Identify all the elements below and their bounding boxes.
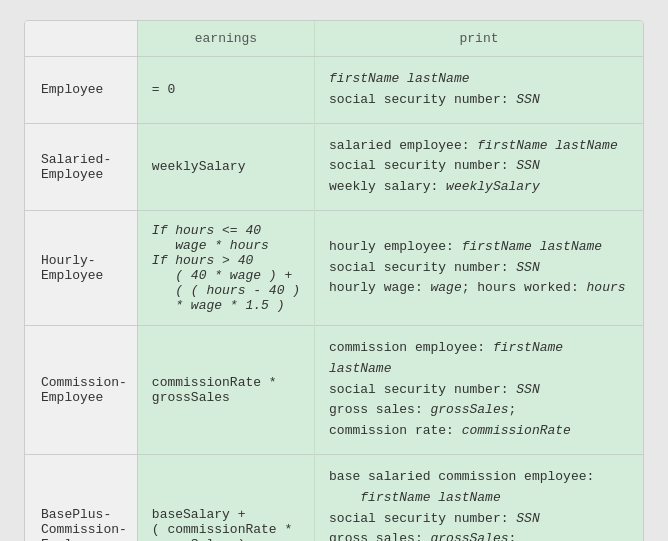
print-line: commission rate: commissionRate bbox=[329, 421, 629, 442]
header-employee bbox=[25, 21, 137, 57]
print-line: social security number: SSN bbox=[329, 90, 629, 111]
employee-name: Commission-Employee bbox=[25, 325, 137, 454]
italic-text: firstName lastName bbox=[360, 490, 500, 505]
normal-text: gross sales: bbox=[329, 531, 430, 541]
print-line: social security number: SSN bbox=[329, 509, 629, 530]
employee-name: Hourly-Employee bbox=[25, 210, 137, 325]
header-earnings: earnings bbox=[137, 21, 314, 57]
earnings-cell: commissionRate *grossSales bbox=[137, 325, 314, 454]
print-line: commission employee: firstName lastName bbox=[329, 338, 629, 380]
italic-text: weeklySalary bbox=[446, 179, 540, 194]
italic-text: SSN bbox=[516, 382, 539, 397]
print-line: gross sales: grossSales; bbox=[329, 400, 629, 421]
table-row: Commission-Employee commissionRate *gros… bbox=[25, 325, 643, 454]
normal-text: social security number: bbox=[329, 511, 516, 526]
print-cell: commission employee: firstName lastName … bbox=[315, 325, 643, 454]
employee-name: BasePlus-Commission-Employee bbox=[25, 454, 137, 541]
italic-text: SSN bbox=[516, 260, 539, 275]
header-print: print bbox=[315, 21, 643, 57]
italic-text: firstName lastName bbox=[329, 71, 469, 86]
italic-text: hours bbox=[587, 280, 626, 295]
normal-text: social security number: bbox=[329, 260, 516, 275]
table-row: Salaried-Employee weeklySalary salaried … bbox=[25, 123, 643, 210]
italic-text: firstName lastName bbox=[477, 138, 617, 153]
normal-text: ; bbox=[509, 531, 517, 541]
italic-text: SSN bbox=[516, 158, 539, 173]
normal-text: hourly employee: bbox=[329, 239, 462, 254]
normal-text: gross sales: bbox=[329, 402, 430, 417]
print-line: social security number: SSN bbox=[329, 258, 629, 279]
normal-text: commission employee: bbox=[329, 340, 493, 355]
normal-text: social security number: bbox=[329, 382, 516, 397]
normal-text: hourly wage: bbox=[329, 280, 430, 295]
print-line: hourly wage: wage; hours worked: hours bbox=[329, 278, 629, 299]
print-cell: hourly employee: firstName lastName soci… bbox=[315, 210, 643, 325]
normal-text: social security number: bbox=[329, 92, 516, 107]
print-line: social security number: SSN bbox=[329, 156, 629, 177]
earnings-cell: weeklySalary bbox=[137, 123, 314, 210]
earnings-cell: If hours <= 40 wage * hours If hours > 4… bbox=[137, 210, 314, 325]
earnings-cell: = 0 bbox=[137, 57, 314, 124]
print-line: weekly salary: weeklySalary bbox=[329, 177, 629, 198]
print-line: base salaried commission employee: bbox=[329, 467, 629, 488]
print-line: gross sales: grossSales; bbox=[329, 529, 629, 541]
print-line: salaried employee: firstName lastName bbox=[329, 136, 629, 157]
normal-text bbox=[329, 490, 360, 505]
table-row: Employee = 0 firstName lastName social s… bbox=[25, 57, 643, 124]
italic-text: wage bbox=[430, 280, 461, 295]
earnings-cell: baseSalary +( commissionRate *grossSales… bbox=[137, 454, 314, 541]
normal-text: ; bbox=[509, 402, 517, 417]
table-row: BasePlus-Commission-Employee baseSalary … bbox=[25, 454, 643, 541]
italic-text: SSN bbox=[516, 511, 539, 526]
print-line: social security number: SSN bbox=[329, 380, 629, 401]
employee-name: Employee bbox=[25, 57, 137, 124]
normal-text: ; hours worked: bbox=[462, 280, 587, 295]
italic-text: grossSales bbox=[430, 402, 508, 417]
italic-text: commissionRate bbox=[462, 423, 571, 438]
print-line: firstName lastName bbox=[329, 69, 629, 90]
normal-text: base salaried commission employee: bbox=[329, 469, 594, 484]
italic-text: SSN bbox=[516, 92, 539, 107]
print-cell: salaried employee: firstName lastName so… bbox=[315, 123, 643, 210]
italic-text: firstName lastName bbox=[462, 239, 602, 254]
print-line: hourly employee: firstName lastName bbox=[329, 237, 629, 258]
print-cell: base salaried commission employee: first… bbox=[315, 454, 643, 541]
employee-table: earnings print Employee = 0 firstName la… bbox=[25, 21, 643, 541]
normal-text: weekly salary: bbox=[329, 179, 446, 194]
main-table-container: earnings print Employee = 0 firstName la… bbox=[24, 20, 644, 541]
normal-text: social security number: bbox=[329, 158, 516, 173]
table-row: Hourly-Employee If hours <= 40 wage * ho… bbox=[25, 210, 643, 325]
italic-text: grossSales bbox=[430, 531, 508, 541]
normal-text: salaried employee: bbox=[329, 138, 477, 153]
normal-text: commission rate: bbox=[329, 423, 462, 438]
employee-name: Salaried-Employee bbox=[25, 123, 137, 210]
print-line: firstName lastName bbox=[329, 488, 629, 509]
print-cell: firstName lastName social security numbe… bbox=[315, 57, 643, 124]
